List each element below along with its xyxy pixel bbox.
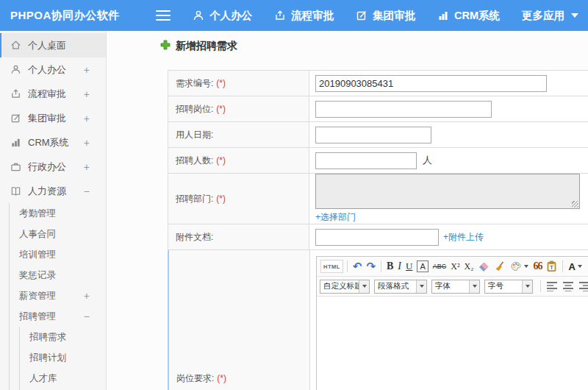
- sidebar-subitem-recruitment[interactable]: 招聘管理 −: [0, 306, 106, 327]
- book-icon: [10, 185, 22, 196]
- sidebar-item-admin-office[interactable]: 行政办公 +: [0, 155, 106, 179]
- app-logo-title: PHPOA协同办公软件: [10, 9, 140, 23]
- font-color-button[interactable]: A: [567, 259, 583, 274]
- field-label: 招聘部门:: [176, 193, 213, 205]
- topnav-personal-office[interactable]: 个人办公: [193, 9, 252, 23]
- position-input[interactable]: [315, 101, 492, 118]
- sidebar-subitem-hr-contract[interactable]: 人事合同: [0, 224, 106, 244]
- align-right-icon[interactable]: [578, 281, 588, 291]
- field-label: 附件文档:: [176, 231, 213, 244]
- italic-button[interactable]: I: [396, 259, 403, 274]
- bar-chart-icon: [437, 10, 449, 21]
- sidebar-item-label: 个人办公: [28, 63, 66, 77]
- html-source-button[interactable]: HTML: [320, 260, 343, 273]
- field-label: 用人日期:: [176, 129, 213, 141]
- strikethrough-button[interactable]: ABC: [431, 259, 448, 274]
- caret-down-icon: [416, 280, 426, 293]
- home-icon: [10, 40, 22, 51]
- subscript-button[interactable]: X₂: [463, 259, 476, 274]
- edit-icon: [356, 10, 368, 21]
- form-row-headcount: 招聘人数: (*) 人: [168, 148, 588, 174]
- app-window: PHPOA协同办公软件 个人办公 流程审批 集团审批 CRM系统: [0, 0, 588, 390]
- expand-toggle[interactable]: +: [84, 113, 90, 124]
- sidebar-subitem-talent-pool[interactable]: 人才库: [0, 368, 106, 389]
- caret-down-icon: [578, 265, 582, 268]
- underline-button[interactable]: U: [404, 259, 414, 274]
- expand-toggle[interactable]: +: [84, 290, 90, 302]
- sidebar-subitem-rewards[interactable]: 奖惩记录: [0, 265, 106, 286]
- required-mark: (*): [216, 155, 226, 166]
- attachment-upload-link[interactable]: +附件上传: [443, 231, 484, 244]
- blockquote-button[interactable]: 66: [531, 259, 543, 274]
- font-size-select[interactable]: 字号: [484, 280, 533, 294]
- sidebar-subitem-recruit-plan[interactable]: 招聘计划: [0, 347, 106, 368]
- align-center-icon[interactable]: [562, 281, 574, 291]
- resize-handle[interactable]: [572, 201, 578, 208]
- workflow-icon: [274, 10, 286, 21]
- superscript-button[interactable]: X²: [449, 259, 461, 274]
- department-textarea[interactable]: [315, 174, 580, 209]
- sidebar-item-label: 行政办公: [28, 160, 66, 174]
- user-icon: [10, 64, 22, 75]
- form-row-hire-date: 用人日期:: [168, 122, 588, 148]
- headcount-input[interactable]: [315, 152, 417, 169]
- sidebar-item-workflow-approval[interactable]: 流程审批 +: [0, 82, 106, 106]
- expand-toggle[interactable]: +: [84, 64, 90, 76]
- caret-down-icon: [571, 13, 578, 18]
- svg-text:T: T: [551, 265, 554, 270]
- sidebar-item-label: CRM系统: [28, 136, 69, 149]
- expand-toggle[interactable]: +: [84, 88, 90, 100]
- sidebar-subitem-recruit-demand[interactable]: 招聘需求: [0, 327, 106, 347]
- redo-icon[interactable]: ↷: [365, 259, 377, 274]
- sidebar-item-personal-office[interactable]: 个人办公 +: [0, 57, 106, 82]
- expand-toggle[interactable]: +: [84, 161, 90, 173]
- add-plus-icon: [160, 40, 171, 53]
- sidebar-subitem-training[interactable]: 培训管理: [0, 244, 106, 265]
- highlight-color-button[interactable]: a: [585, 260, 588, 272]
- undo-icon[interactable]: ↶: [351, 259, 364, 274]
- format-clean-broom-icon[interactable]: [492, 259, 507, 274]
- sidebar-item-label: 人力资源: [28, 185, 66, 198]
- paragraph-format-select[interactable]: 段落格式: [374, 280, 427, 294]
- field-label: 招聘岗位:: [176, 103, 213, 116]
- recruit-demand-form: 需求编号: (*) 招聘岗位: (*) 用人: [168, 70, 588, 390]
- attachment-input[interactable]: [315, 229, 439, 246]
- sidebar-item-group-approval[interactable]: 集团审批 +: [0, 106, 106, 130]
- editor-toolbar-row2: 自定义标题 段落格式 字体: [317, 277, 588, 297]
- caret-down-icon: [359, 280, 369, 293]
- eraser-icon[interactable]: [476, 259, 491, 274]
- paste-clipboard-icon[interactable]: T: [545, 259, 559, 274]
- topnav-more-apps[interactable]: 更多应用: [522, 9, 578, 23]
- align-left-icon[interactable]: [546, 281, 558, 291]
- required-mark: (*): [216, 194, 226, 204]
- hire-date-input[interactable]: [315, 127, 431, 143]
- font-family-select[interactable]: 字体: [431, 280, 480, 294]
- form-row-req-no: 需求编号: (*): [168, 71, 588, 96]
- select-department-link[interactable]: +选择部门: [315, 211, 356, 224]
- custom-title-select[interactable]: 自定义标题: [320, 280, 370, 294]
- sidebar-item-human-resources[interactable]: 人力资源 −: [0, 179, 106, 203]
- sidebar-subitem-attendance[interactable]: 考勤管理: [0, 203, 106, 224]
- required-mark: (*): [217, 373, 226, 383]
- rich-text-editor: HTML ↶ ↷ B I U A ABC X² X₂: [316, 256, 588, 390]
- topnav-crm-system[interactable]: CRM系统: [437, 9, 500, 23]
- field-label: 招聘人数:: [176, 155, 213, 167]
- collapse-toggle[interactable]: −: [84, 185, 90, 197]
- expand-toggle[interactable]: +: [84, 137, 90, 149]
- sidebar-subitem-salary[interactable]: 薪资管理 +: [0, 286, 106, 306]
- topnav-workflow-approval[interactable]: 流程审批: [274, 9, 334, 23]
- sidebar-item-personal-desktop[interactable]: 个人桌面: [0, 33, 106, 57]
- bold-button[interactable]: B: [385, 259, 395, 274]
- required-mark: (*): [216, 104, 226, 114]
- menu-toggle-icon[interactable]: [156, 10, 171, 21]
- sidebar-item-crm-system[interactable]: CRM系统 +: [0, 130, 106, 155]
- workflow-icon: [10, 88, 22, 99]
- req-no-input[interactable]: [315, 75, 547, 92]
- topnav-group-approval[interactable]: 集团审批: [356, 9, 415, 23]
- sidebar: 个人桌面 个人办公 + 流程审批 + 集团审批 +: [0, 31, 107, 390]
- editor-content-area[interactable]: [317, 297, 588, 390]
- font-border-button[interactable]: A: [417, 260, 428, 272]
- form-row-position: 招聘岗位: (*): [168, 96, 588, 122]
- color-palette-icon[interactable]: [509, 259, 530, 274]
- collapse-toggle[interactable]: −: [84, 311, 90, 322]
